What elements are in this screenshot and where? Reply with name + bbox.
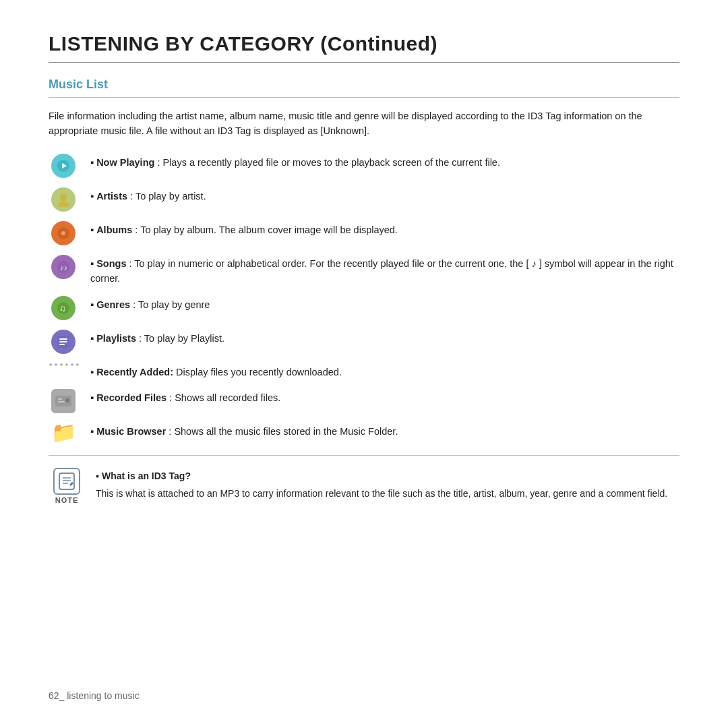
recorded-files-text: ▪Recorded Files : Shows all recorded fil… [90,388,280,405]
items-list: ▪Now Playing : Plays a recently played f… [49,152,679,443]
intro-text: File information including the artist na… [49,109,679,139]
svg-rect-16 [58,401,65,402]
footer-text: _ listening to music [59,690,140,701]
svg-point-2 [60,193,67,202]
list-item: ♪♪ ▪Songs : To play in numeric or alphab… [49,253,679,286]
albums-label: Albums [96,224,132,235]
note-label: NOTE [55,496,79,504]
songs-text: ▪Songs : To play in numeric or alphabeti… [90,253,679,286]
recently-added-label: Recently Added: [96,367,173,377]
artists-label: Artists [96,191,127,202]
playlists-label: Playlists [96,333,136,344]
albums-icon [51,221,75,245]
note-body: This is what is attached to an MP3 to ca… [96,487,667,502]
page-number: 62 [49,690,59,701]
title-divider [49,62,679,63]
playlists-text: ▪Playlists : To play by Playlist. [90,328,224,346]
albums-icon-cell [49,221,78,245]
genres-icon: ♫ [51,296,75,320]
list-item: ▪Now Playing : Plays a recently played f… [49,152,679,178]
genres-icon-cell: ♫ [49,296,78,320]
svg-point-3 [58,202,69,207]
artists-icon-cell [49,187,78,212]
artists-icon [51,187,75,212]
recently-added-icon-cell [49,363,78,366]
playlists-icon [51,330,75,354]
page: LISTENING BY CATEGORY (Continued) Music … [0,0,728,728]
list-item: ▪Albums : To play by album. The album co… [49,220,679,245]
music-browser-text: ▪Music Browser : Shows all the music fil… [90,421,398,439]
list-item: ♫ ▪Genres : To play by genre [49,295,679,320]
note-title-text: What is an ID3 Tag? [102,471,191,481]
now-playing-icon-cell [49,154,78,178]
list-item: ▪Playlists : To play by Playlist. [49,328,679,354]
list-item: ▪Artists : To play by artist. [49,186,679,212]
recently-added-icon [47,363,80,366]
recorded-files-label: Recorded Files [96,392,166,403]
music-browser-icon: 📁 [51,423,76,443]
svg-rect-18 [59,473,74,489]
list-item: ▪Recently Added: Display files you recen… [49,362,679,380]
note-title: ▪What is an ID3 Tag? [96,469,667,484]
svg-rect-15 [58,398,62,400]
svg-text:♫: ♫ [59,303,66,313]
music-browser-label: Music Browser [96,426,166,437]
page-footer: 62_ listening to music [49,682,679,701]
list-item: 📁 ▪Music Browser : Shows all the music f… [49,421,679,443]
songs-label: Songs [96,258,126,269]
songs-icon: ♪♪ [51,255,75,279]
recently-added-text: ▪Recently Added: Display files you recen… [90,362,342,380]
now-playing-text: ▪Now Playing : Plays a recently played f… [90,152,500,170]
svg-text:♪♪: ♪♪ [60,264,67,272]
genres-label: Genres [96,299,130,310]
note-icon [53,468,80,495]
section-divider [49,97,679,98]
songs-icon-cell: ♪♪ [49,255,78,279]
music-browser-icon-cell: 📁 [49,423,78,443]
genres-text: ▪Genres : To play by genre [90,295,210,312]
svg-point-17 [65,398,69,402]
svg-rect-13 [59,344,65,345]
recorded-files-icon-cell [49,389,78,413]
note-box: NOTE ▪What is an ID3 Tag? This is what i… [49,455,679,504]
list-item: ▪Recorded Files : Shows all recorded fil… [49,388,679,413]
note-content: ▪What is an ID3 Tag? This is what is att… [96,468,667,501]
note-icon-wrap: NOTE [49,468,85,504]
recorded-files-icon [51,389,75,413]
page-title: LISTENING BY CATEGORY (Continued) [49,32,679,55]
svg-point-5 [61,231,65,235]
playlists-icon-cell [49,330,78,354]
now-playing-icon [51,154,75,178]
play-icon [57,159,70,173]
svg-rect-11 [59,338,67,340]
albums-text: ▪Albums : To play by album. The album co… [90,220,398,237]
svg-rect-12 [59,341,67,342]
artists-text: ▪Artists : To play by artist. [90,186,206,204]
section-title: Music List [49,78,679,92]
now-playing-label: Now Playing [96,157,157,168]
